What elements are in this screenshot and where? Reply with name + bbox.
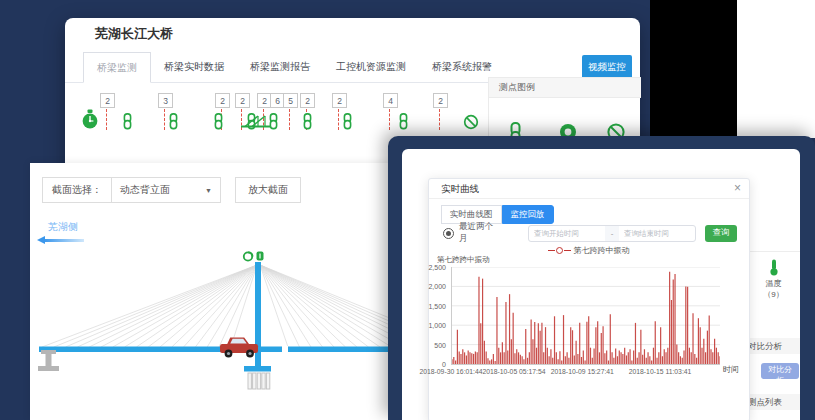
query-button[interactable]: 查询 — [705, 225, 737, 242]
no-entry-icon[interactable] — [463, 114, 479, 134]
section-select[interactable]: 动态背立面 ▼ — [112, 178, 220, 202]
sensor-dashed-line — [164, 109, 165, 130]
zoom-section-button[interactable]: 放大截面 — [235, 177, 301, 203]
x-axis-ticks: 2018-09-30 16:01:442018-10-05 05:17:5420… — [451, 368, 719, 378]
y-tick-label: 1,500 — [428, 302, 446, 309]
sensor-count-badge: 2 — [300, 93, 315, 108]
thermometer-icon[interactable] — [768, 259, 780, 280]
legend-marker — [548, 250, 555, 251]
sensor-count-badge: 3 — [158, 93, 173, 108]
start-time-input[interactable] — [529, 229, 605, 238]
realtime-curve-dialog: 实时曲线 × 实时曲线图 监控回放 最近两个月 - — [428, 178, 750, 420]
left-arrow-icon — [44, 239, 84, 242]
end-time-input[interactable] — [619, 229, 695, 238]
dialog-tabs: 实时曲线图 监控回放 — [441, 205, 554, 224]
background-block-light — [737, 0, 815, 138]
chart-area — [451, 267, 720, 365]
y-tick-label: 2,000 — [428, 283, 446, 290]
x-tick-label: 2018-10-05 05:17:54 — [482, 368, 545, 375]
bridge-panel: 截面选择： 动态背立面 ▼ 放大截面 芜湖侧 — [30, 163, 402, 420]
sensor-count-badge: 2 — [215, 93, 230, 108]
screen: 芜湖长江大桥 桥梁监测 桥梁实时数据 桥梁监测报告 工控机资源监测 桥梁系统报警… — [0, 0, 815, 420]
bridge-cables — [42, 265, 402, 347]
deck-joint — [282, 346, 288, 353]
bridge-sensor-icon[interactable] — [241, 114, 271, 133]
sensor-dashed-line — [106, 109, 107, 130]
sensor-count-badge: 2 — [235, 93, 250, 108]
tower-piles — [248, 373, 270, 389]
floating-window-content: 温度 （9） 对比分析 对比分析 测点列表 实时曲线 × 实时曲线图 监控回放 — [402, 149, 800, 420]
tab[interactable]: 桥梁实时数据 — [151, 52, 237, 82]
tab[interactable]: 桥梁监测 — [83, 52, 151, 83]
y-tick-label: 0 — [442, 361, 446, 368]
tab[interactable]: 桥梁监测报告 — [237, 52, 323, 82]
sensor-dashed-line — [389, 109, 390, 130]
chain-link-icon[interactable] — [122, 113, 133, 134]
video-monitor-button[interactable]: 视频监控 — [582, 55, 632, 79]
range-separator: - — [605, 226, 619, 241]
radio-last-two-months[interactable] — [443, 228, 454, 239]
section-select-group: 截面选择： 动态背立面 ▼ — [42, 177, 221, 203]
legend-panel-title: 测点图例 — [489, 77, 641, 98]
section-select-label: 截面选择： — [43, 178, 112, 202]
chain-link-icon[interactable] — [342, 113, 353, 134]
gauge-icon[interactable] — [81, 109, 99, 134]
sensor-count-badge: 5 — [283, 93, 298, 108]
sensor-count-badge: 2 — [100, 93, 115, 108]
y-tick-label: 500 — [434, 341, 446, 348]
x-tick-label: 2018-10-09 15:27:41 — [551, 368, 614, 375]
sensor-dashed-line — [439, 109, 440, 130]
dialog-tab[interactable]: 监控回放 — [502, 205, 554, 224]
section-toolbar: 截面选择： 动态背立面 ▼ 放大截面 — [42, 177, 301, 203]
chart-svg — [452, 267, 720, 364]
sensor-count-badge: 2 — [332, 93, 347, 108]
x-axis-name: 时间 — [723, 364, 739, 375]
date-range-group: - — [528, 225, 696, 242]
radio-label: 最近两个月 — [459, 221, 497, 245]
x-tick-label: 2018-10-15 11:03:41 — [629, 368, 692, 375]
background-block-dark — [650, 0, 737, 138]
sensor-dashed-line — [338, 109, 339, 130]
chain-link-icon[interactable] — [302, 113, 313, 134]
dialog-title: 实时曲线 — [441, 183, 479, 196]
car — [220, 338, 258, 358]
chain-link-icon[interactable] — [168, 113, 179, 134]
chevron-down-icon: ▼ — [205, 187, 212, 194]
temperature-count: （9） — [747, 289, 800, 300]
chain-link-icon[interactable] — [213, 113, 224, 134]
tab[interactable]: 工控机资源监测 — [323, 52, 419, 82]
close-icon[interactable]: × — [734, 181, 741, 195]
tower-cap — [244, 366, 271, 372]
x-tick-label: 2018-09-30 16:01:44 — [419, 368, 482, 375]
sensor-count-badge: 2 — [433, 93, 448, 108]
temperature-label: 温度 — [747, 278, 800, 289]
chain-link-icon[interactable] — [398, 113, 409, 134]
page-title: 芜湖长江大桥 — [95, 25, 173, 43]
legend-marker — [564, 250, 571, 251]
y-axis-ticks: 2,5002,0001,5001,0005000 — [429, 267, 449, 364]
bridge-drawing — [30, 249, 402, 420]
query-controls: 最近两个月 - 查询 — [443, 224, 737, 242]
legend-marker-circle — [556, 247, 563, 254]
bridge-side-label: 芜湖侧 — [48, 220, 78, 234]
left-pier — [38, 350, 59, 371]
sensor-count-badge: 4 — [383, 93, 398, 108]
divider — [429, 198, 749, 199]
floating-window: 温度 （9） 对比分析 对比分析 测点列表 实时曲线 × 实时曲线图 监控回放 — [388, 136, 815, 420]
sensor-dashed-line — [289, 109, 290, 130]
y-tick-label: 2,500 — [428, 264, 446, 271]
tower-top-sensor-icons — [244, 252, 264, 261]
compare-analysis-button[interactable]: 对比分析 — [761, 363, 799, 379]
y-tick-label: 1,000 — [428, 322, 446, 329]
